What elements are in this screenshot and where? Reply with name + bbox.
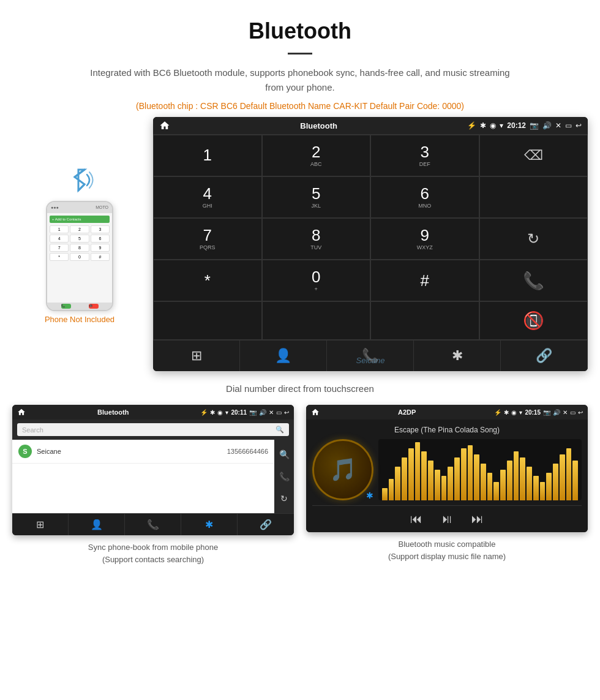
pb-status-label: Bluetooth — [97, 408, 129, 416]
key-star-num: * — [204, 273, 211, 288]
eq-bar — [553, 464, 558, 500]
phone-end-btn: 📵 — [89, 304, 99, 309]
key-0-num: 0 — [312, 269, 320, 285]
bottom-person-btn[interactable]: 👤 — [240, 341, 327, 371]
eq-bar — [461, 448, 467, 500]
key-6[interactable]: 6 MNO — [370, 176, 479, 218]
phone-key-9: 9 — [91, 244, 110, 252]
home-icon — [159, 120, 170, 131]
pb-time: 20:11 — [231, 409, 247, 416]
key-star[interactable]: * — [153, 260, 262, 301]
album-art-wrapper: 🎵 ✱ — [312, 439, 373, 500]
key-2-sub: ABC — [310, 161, 322, 167]
status-right: ⚡ ✱ ◉ ▾ 20:12 📷 🔊 ✕ ▭ ↩ — [467, 121, 582, 130]
pb-bottom-link-icon: 🔗 — [260, 519, 272, 530]
empty-key-row5-2 — [262, 301, 371, 340]
empty-key-row2 — [479, 176, 588, 218]
key-0[interactable]: 0 + — [262, 260, 371, 301]
key-9-num: 9 — [421, 227, 429, 243]
key-9[interactable]: 9 WXYZ — [370, 218, 479, 260]
key-4-sub: GHI — [203, 203, 212, 209]
empty-key-row5-1 — [153, 301, 262, 340]
play-pause-icon[interactable]: ⏯ — [441, 512, 453, 526]
pb-bottom-link-btn[interactable]: 🔗 — [238, 514, 294, 535]
pb-bottom-grid-btn[interactable]: ⊞ — [12, 514, 69, 535]
eq-bar — [507, 461, 512, 500]
key-3-sub: DEF — [419, 161, 430, 167]
prev-track-icon[interactable]: ⏮ — [410, 512, 422, 526]
ms-x-icon: ✕ — [563, 409, 568, 416]
key-6-num: 6 — [421, 186, 429, 201]
key-7[interactable]: 7 PQRS — [153, 218, 262, 260]
eq-bar — [566, 448, 572, 500]
bottom-link-btn[interactable]: 🔗 — [501, 341, 588, 371]
key-3[interactable]: 3 DEF — [370, 135, 479, 176]
person-icon: 👤 — [275, 348, 291, 364]
ms-loc-icon: ◉ — [511, 409, 517, 416]
phone-mockup: ●●● MOTO + Add to Contacts 1 2 3 4 5 6 7… — [46, 201, 113, 311]
pb-side-phone-icon[interactable]: 📞 — [279, 472, 290, 481]
ms-bt-icon: ✱ — [504, 409, 509, 416]
ms-vol-icon: 🔊 — [553, 409, 560, 416]
pb-loc-icon: ◉ — [217, 409, 223, 416]
dial-status-label: Bluetooth — [300, 121, 337, 130]
phone-screen: + Add to Contacts 1 2 3 4 5 6 7 8 9 * 0 … — [47, 213, 112, 303]
key-hash-num: # — [421, 273, 429, 288]
phonebook-card: Bluetooth ⚡ ✱ ◉ ▾ 20:11 📷 🔊 ✕ ▭ ↩ — [12, 405, 294, 565]
key-5-num: 5 — [312, 186, 320, 201]
phonebook-sidebar: 🔍 📞 ↻ — [274, 440, 294, 513]
bottom-grid-btn[interactable]: ⊞ — [153, 341, 240, 371]
pb-side-refresh-icon[interactable]: ↻ — [280, 494, 288, 503]
key-2[interactable]: 2 ABC — [262, 135, 371, 176]
page-title: Bluetooth — [12, 18, 588, 44]
usb-icon: ⚡ — [467, 121, 476, 130]
bottom-phone-btn[interactable]: 📞 — [327, 341, 414, 371]
search-icon: 🔍 — [276, 426, 284, 434]
music-card: A2DP ⚡ ✱ ◉ ▾ 20:15 📷 🔊 ✕ ▭ ↩ — [306, 405, 588, 565]
key-5[interactable]: 5 JKL — [262, 176, 371, 218]
eq-bar — [389, 479, 394, 500]
pb-side-search-icon[interactable]: 🔍 — [279, 450, 290, 459]
pb-bottom-person-icon: 👤 — [91, 519, 103, 530]
key-6-sub: MNO — [418, 203, 431, 209]
phone-dial-grid: 1 2 3 4 5 6 7 8 9 * 0 # — [50, 225, 110, 261]
backspace-key[interactable]: ⌫ — [479, 135, 588, 176]
phone-top-bar: ●●● MOTO — [47, 202, 112, 213]
ms-home-icon — [311, 408, 320, 416]
key-8[interactable]: 8 TUV — [262, 218, 371, 260]
ms-status-label: A2DP — [398, 408, 416, 416]
header-specs: (Bluetooth chip : CSR BC6 Default Blueto… — [12, 101, 588, 111]
key-hash[interactable]: # — [370, 260, 479, 301]
key-7-sub: PQRS — [200, 244, 216, 250]
music-note-icon: 🎵 — [329, 457, 357, 483]
eq-bar — [408, 448, 414, 500]
pb-usb-icon: ⚡ — [200, 409, 208, 416]
music-controls: ⏮ ⏯ ⏭ — [312, 505, 582, 529]
call-red-key[interactable]: 📵 — [479, 301, 588, 340]
pb-bottom-bt-btn[interactable]: ✱ — [181, 514, 238, 535]
grid-icon: ⊞ — [191, 348, 202, 364]
next-track-icon[interactable]: ⏭ — [471, 512, 484, 526]
bottom-bt-btn[interactable]: ✱ — [414, 341, 501, 371]
key-4[interactable]: 4 GHI — [153, 176, 262, 218]
pb-bottom-person-btn[interactable]: 👤 — [69, 514, 125, 535]
refresh-key[interactable]: ↻ — [479, 218, 588, 260]
call-red-icon: 📵 — [523, 310, 544, 331]
ms-cam-icon: 📷 — [543, 409, 550, 416]
phone-key-8: 8 — [70, 244, 89, 252]
pb-bottom-phone-btn[interactable]: 📞 — [125, 514, 181, 535]
bt-music-overlay-icon: ✱ — [366, 491, 373, 500]
phone-key-1: 1 — [50, 225, 69, 233]
ms-win-icon: ▭ — [570, 409, 576, 416]
phonebook-body: S Seicane 13566664466 🔍 📞 ↻ — [12, 440, 294, 513]
wifi-icon: ▾ — [500, 121, 503, 130]
music-caption: Bluetooth music compatible (Support disp… — [306, 538, 588, 562]
key-1[interactable]: 1 — [153, 135, 262, 176]
call-green-key[interactable]: 📞 — [479, 260, 588, 301]
phone-screen-header: + Add to Contacts — [50, 216, 110, 223]
eq-bar — [481, 464, 486, 500]
eq-bar — [421, 451, 427, 500]
ms-status-left — [311, 408, 320, 416]
eq-bar — [546, 473, 552, 500]
eq-bar — [454, 457, 460, 500]
